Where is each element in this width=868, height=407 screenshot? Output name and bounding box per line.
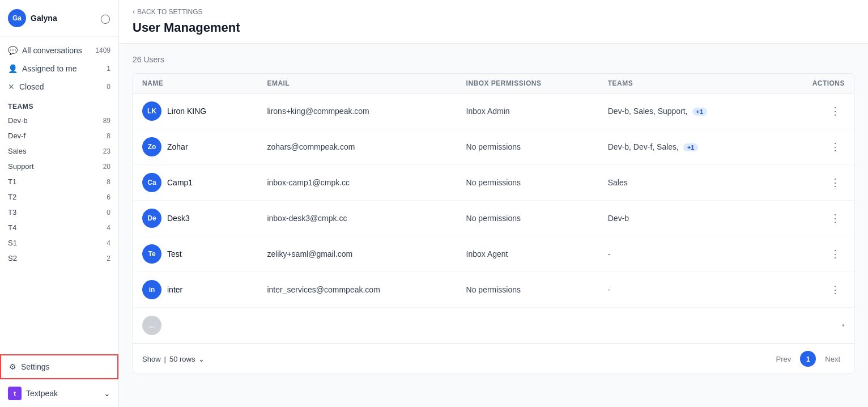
team-count: 0: [107, 209, 110, 217]
user-actions-cell: ⋮: [777, 165, 854, 201]
user-email-cell: zeliky+saml@gmail.com: [258, 236, 457, 272]
row-actions-button[interactable]: ⋮: [826, 247, 845, 261]
user-name: Test: [167, 249, 182, 258]
team-count: 8: [107, 178, 110, 186]
back-link[interactable]: ‹ BACK TO SETTINGS: [133, 8, 854, 16]
show-label: Show: [142, 355, 161, 363]
team-name: S1: [8, 239, 17, 247]
user-avatar: De: [142, 209, 161, 228]
table-row: Ca Camp1 inbox-camp1@cmpk.cc No permissi…: [133, 165, 854, 201]
username-label: Galyna: [31, 14, 57, 23]
user-name-cell: LK Liron KING: [133, 94, 258, 129]
team-name: T1: [8, 177, 16, 186]
compose-icon[interactable]: ◯: [100, 13, 110, 24]
truncated-email: [258, 308, 457, 344]
user-actions-cell: ⋮: [777, 236, 854, 272]
user-name: Zohar: [167, 142, 188, 151]
table-header: Name Email Inbox Permissions Teams Actio…: [133, 74, 854, 94]
truncated-avatar-cell: …: [133, 308, 258, 344]
sidebar-user: Ga Galyna: [8, 9, 57, 27]
person-icon: 👤: [8, 64, 18, 73]
row-actions-button[interactable]: ⋮: [826, 104, 845, 118]
sidebar-item-team-t2[interactable]: T26: [0, 189, 118, 205]
avatar: Ga: [8, 9, 26, 27]
sidebar-item-team-s1[interactable]: S14: [0, 235, 118, 251]
all-conversations-count: 1409: [95, 46, 110, 54]
team-count: 2: [107, 255, 110, 262]
user-teams-cell: Sales: [599, 165, 777, 201]
truncated-avatar: …: [142, 316, 161, 335]
user-email-cell: zohars@commpeak.com: [258, 129, 457, 165]
sidebar-item-team-dev-b[interactable]: Dev-b89: [0, 113, 118, 128]
row-actions-button[interactable]: ⋮: [826, 211, 845, 226]
user-permission-cell: Inbox Agent: [457, 236, 599, 272]
next-button[interactable]: Next: [820, 353, 845, 366]
user-email-cell: inbox-desk3@cmpk.cc: [258, 201, 457, 236]
user-email-cell: inbox-camp1@cmpk.cc: [258, 165, 457, 201]
teams-extra-badge: +1: [683, 143, 699, 151]
content-area: 26 Users Name Email Inbox Permissions Te…: [119, 44, 868, 407]
users-table: Name Email Inbox Permissions Teams Actio…: [133, 74, 854, 344]
team-name: Support: [8, 162, 34, 171]
sidebar-item-team-sales[interactable]: Sales23: [0, 143, 118, 159]
table-row: in inter inter_services@commpeak.com No …: [133, 272, 854, 308]
sidebar-footer: ⚙ Settings t Textpeak ⌄: [0, 354, 118, 407]
workspace-label: Textpeak: [26, 389, 58, 398]
user-actions-cell: ⋮: [777, 201, 854, 236]
truncated-actions: •: [777, 308, 854, 344]
assigned-to-me-label: Assigned to me: [22, 64, 77, 73]
sidebar-item-team-t3[interactable]: T30: [0, 205, 118, 220]
page-title: User Management: [133, 20, 854, 35]
separator: |: [164, 355, 166, 363]
user-avatar: Zo: [142, 137, 161, 156]
user-avatar: LK: [142, 101, 161, 121]
team-name: T2: [8, 193, 16, 201]
prev-button[interactable]: Prev: [772, 353, 796, 366]
back-link-label: BACK TO SETTINGS: [137, 8, 203, 16]
user-name: Desk3: [167, 214, 190, 223]
closed-label: Closed: [19, 82, 44, 91]
user-teams-cell: -: [599, 236, 777, 272]
truncated-permission: [457, 308, 599, 344]
user-teams-cell: Dev-b: [599, 201, 777, 236]
table-row: Zo Zohar zohars@commpeak.com No permissi…: [133, 129, 854, 165]
sidebar-item-team-t1[interactable]: T18: [0, 174, 118, 189]
user-name-cell: Ca Camp1: [133, 165, 258, 201]
sidebar-item-team-support[interactable]: Support20: [0, 159, 118, 174]
user-permission-cell: No permissions: [457, 272, 599, 308]
sidebar-header: Ga Galyna ◯: [0, 0, 118, 37]
table-row: De Desk3 inbox-desk3@cmpk.cc No permissi…: [133, 201, 854, 236]
user-teams-cell: Dev-b, Dev-f, Sales, +1: [599, 129, 777, 165]
row-actions-button[interactable]: ⋮: [826, 175, 845, 190]
sidebar-item-team-dev-f[interactable]: Dev-f8: [0, 128, 118, 143]
sidebar-item-all-conversations[interactable]: 💬 All conversations 1409: [0, 41, 118, 60]
closed-count: 0: [107, 83, 110, 91]
user-email-cell: inter_services@commpeak.com: [258, 272, 457, 308]
row-actions-button[interactable]: ⋮: [826, 139, 845, 154]
user-name: inter: [167, 285, 182, 294]
truncated-row: … •: [133, 308, 854, 344]
sidebar-item-team-s2[interactable]: S22: [0, 251, 118, 266]
team-name: Sales: [8, 147, 27, 155]
settings-item[interactable]: ⚙ Settings: [0, 354, 118, 379]
all-conversations-label: All conversations: [22, 46, 82, 55]
sidebar-item-closed[interactable]: ✕ Closed 0: [0, 78, 118, 96]
team-count: 4: [107, 239, 110, 247]
team-name: T3: [8, 208, 16, 217]
user-name: Camp1: [167, 178, 193, 187]
sidebar-item-assigned-to-me[interactable]: 👤 Assigned to me 1: [0, 60, 118, 78]
chat-icon: 💬: [8, 46, 18, 55]
user-email-cell: lirons+king@commpeak.com: [258, 94, 457, 129]
row-actions-button[interactable]: ⋮: [826, 282, 845, 297]
workspace-item[interactable]: t Textpeak ⌄: [0, 379, 118, 407]
user-actions-cell: ⋮: [777, 272, 854, 308]
user-teams-cell: -: [599, 272, 777, 308]
show-rows-control[interactable]: Show | 50 rows ⌄: [142, 355, 205, 363]
user-actions-cell: ⋮: [777, 94, 854, 129]
team-count: 8: [107, 132, 110, 140]
sidebar-item-team-t4[interactable]: T44: [0, 220, 118, 235]
col-email: Email: [258, 74, 457, 94]
settings-label: Settings: [21, 362, 50, 371]
col-teams: Teams: [599, 74, 777, 94]
table-row: Te Test zeliky+saml@gmail.com Inbox Agen…: [133, 236, 854, 272]
